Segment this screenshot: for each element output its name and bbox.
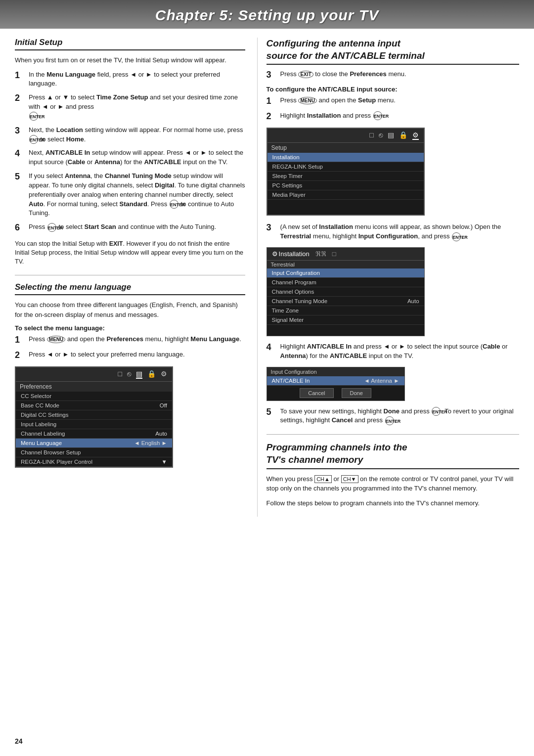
step-number: 1	[15, 70, 26, 81]
enter-icon: ENTER	[29, 135, 38, 144]
configure-ant-steps-3: 4 Highlight ANT/CABLE In and press ◄ or …	[267, 342, 519, 361]
step-number: 3	[267, 222, 277, 233]
right-column: Configuring the antenna input source for…	[257, 38, 519, 517]
step-item: 2 Press ▲ or ▼ to select Time Zone Setup…	[15, 93, 245, 121]
step-item: 6 Press ENTER to select Start Scan and c…	[15, 222, 245, 233]
configure-ant-steps-2: 3 (A new set of Installation menu icons …	[267, 222, 519, 241]
step-item: 5 If you select Antenna, the Channel Tun…	[15, 172, 245, 218]
settings-icon: ▤	[136, 370, 142, 379]
step-item: 4 Highlight ANT/CABLE In and press ◄ or …	[267, 342, 519, 361]
step-item: 3 (A new set of Installation menu icons …	[267, 222, 519, 241]
configuring-antenna-section: Configuring the antenna input source for…	[267, 38, 519, 425]
step-text: Highlight ANT/CABLE In and press ◄ or ► …	[280, 342, 519, 361]
menu-row: Signal Meter	[267, 315, 424, 325]
settings-icon: ▤	[388, 131, 394, 140]
menu-spacer	[267, 200, 424, 215]
step-text: Press ENTER to select Start Scan and con…	[29, 222, 245, 232]
input-config-buttons: Cancel Done	[267, 386, 404, 400]
enter-icon: ENTER	[373, 111, 382, 120]
menu-row: Channel Tuning ModeAuto	[267, 297, 424, 306]
menu-row-input-config: Input Configuration	[267, 268, 424, 278]
step-item: 2 Press ◄ or ► to select your preferred …	[15, 350, 245, 361]
left-column: Initial Setup When you first turn on or …	[15, 38, 257, 517]
menu-row: Time Zone	[267, 306, 424, 315]
exit-btn-icon: EXIT	[298, 71, 313, 78]
lock-icon: 🔒	[147, 370, 156, 379]
menu-row: Input Labeling	[16, 420, 172, 429]
menu-row-ant-cable: ANT/CABLE In ◄ Antenna ►	[267, 376, 404, 386]
step-item: 1 Press MENU and open the Setup menu.	[267, 96, 519, 107]
step-text: Highlight Installation and press ENTER.	[280, 111, 519, 121]
divider	[15, 275, 245, 275]
ch-down-btn: CH▼	[341, 475, 358, 483]
step-number: 2	[267, 111, 277, 122]
step-text: To save your new settings, highlight Don…	[280, 407, 519, 426]
chapter-title: Chapter 5: Setting up your TV	[0, 7, 534, 24]
menu-btn-icon: MENU	[47, 336, 65, 343]
step-item: 4 Next, ANT/CABLE In setup window will a…	[15, 148, 245, 167]
press-exit-step: 3 Press EXIT to close the Preferences me…	[267, 70, 519, 81]
initial-setup-title: Initial Setup	[15, 38, 245, 50]
enter-icon: ENTER	[47, 223, 56, 232]
step-item: 3 Next, the Location setting window will…	[15, 126, 245, 144]
step-item: 2 Highlight Installation and press ENTER…	[267, 111, 519, 122]
input-config-screenshot: Input Configuration ANT/CABLE In ◄ Anten…	[267, 367, 405, 401]
selecting-menu-intro: You can choose from three different lang…	[15, 300, 245, 319]
step-item: 1 Press MENU and open the Preferences me…	[15, 335, 245, 346]
lock-icon: 🔒	[399, 131, 407, 140]
menu-spacer	[267, 325, 424, 336]
step-text: Next, the Location setting window will a…	[29, 126, 245, 144]
page-header: Chapter 5: Setting up your TV	[0, 0, 534, 29]
step-item: 3 Press EXIT to close the Preferences me…	[267, 70, 519, 81]
enter-icon: ENTER	[29, 112, 38, 121]
ch-up-btn: CH▲	[314, 475, 332, 483]
step-number: 3	[15, 126, 26, 136]
cancel-button-display: Cancel	[300, 388, 333, 398]
enter-icon: ENTER	[170, 200, 178, 209]
menu-row: Channel Options	[267, 287, 424, 297]
gear-icon: ⚙	[272, 250, 278, 258]
terrestrial-label: Terrestrial	[267, 261, 424, 268]
step-number: 1	[15, 335, 26, 346]
enter-icon: ENTER	[385, 416, 394, 425]
menu-section-label: Preferences	[16, 382, 172, 392]
step-text: Press EXIT to close the Preferences menu…	[280, 70, 519, 79]
square-icon: □	[332, 250, 336, 258]
menu-row: CC Selector	[16, 392, 172, 401]
menu-row: Base CC ModeOff	[16, 401, 172, 410]
menu-row: Channel Program	[267, 278, 424, 287]
menu-row: REGZA-LINK Player Control▼	[16, 457, 172, 467]
configure-ant-subheading: To configure the ANT/CABLE input source:	[267, 86, 519, 93]
menu-btn-icon: MENU	[298, 97, 316, 104]
step-number: 4	[267, 342, 277, 353]
setup-section-label: Setup	[267, 143, 424, 153]
page-number: 24	[15, 737, 23, 745]
selecting-menu-title: Selecting the menu language	[15, 282, 245, 295]
done-button-display: Done	[342, 388, 371, 398]
tv-icon: □	[369, 131, 373, 140]
step-item: 5 To save your new settings, highlight D…	[267, 407, 519, 426]
programming-channels-section: Programming channels into the TV's chann…	[267, 442, 519, 508]
step-number: 3	[267, 70, 277, 81]
step-number: 5	[15, 172, 26, 182]
installation-menu-screenshot: ⚙ Installation ℜℜ □ Terrestrial Input Co…	[267, 247, 425, 336]
menu-row: Channel LabelingAuto	[16, 429, 172, 439]
initial-setup-intro: When you first turn on or reset the TV, …	[15, 55, 245, 65]
menu-row: Channel Browser Setup	[16, 448, 172, 457]
initial-setup-section: Initial Setup When you first turn on or …	[15, 38, 245, 266]
menu-row: REGZA-LINK Setup	[267, 162, 424, 172]
menu-row: PC Settings	[267, 181, 424, 190]
menu-row-installation: Installation	[267, 153, 424, 162]
tv-icon: □	[118, 370, 122, 379]
setup-menu-screenshot: □ ⎋ ▤ 🔒 ⚙ Setup Installation REGZA-LINK …	[267, 128, 425, 216]
step-text: In the Menu Language field, press ◄ or ►…	[29, 70, 245, 89]
initial-setup-note: You can stop the Initial Setup with EXIT…	[15, 239, 245, 266]
preferences-menu-screenshot: □ ⎋ ▤ 🔒 ⚙ Preferences CC Selector Base C…	[15, 366, 173, 468]
step-number: 4	[15, 148, 26, 159]
step-number: 1	[267, 96, 277, 107]
gear-icon: ⚙	[161, 370, 167, 379]
installation-tab: ⚙ Installation	[272, 250, 310, 258]
step-text: Press ▲ or ▼ to select Time Zone Setup a…	[29, 93, 245, 121]
audio-icon: ⎋	[379, 131, 383, 140]
hh-icon: ℜℜ	[315, 250, 326, 258]
